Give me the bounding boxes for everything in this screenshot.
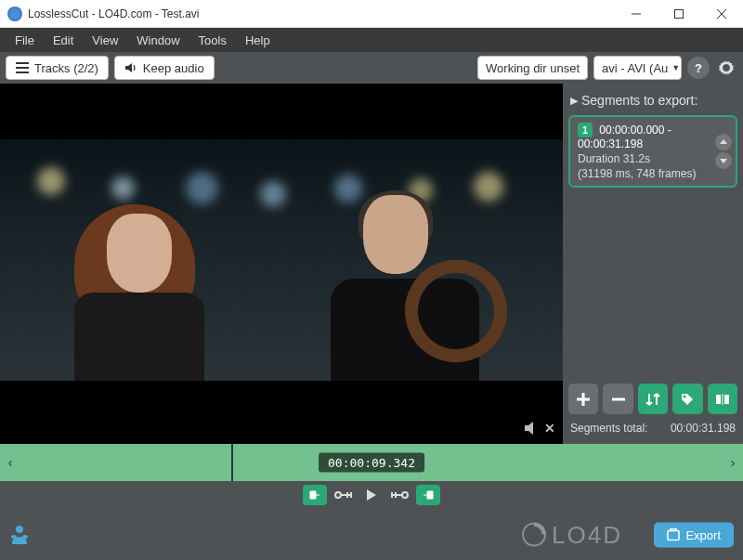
- key-prev-icon: [334, 489, 353, 501]
- plus-icon: [575, 391, 592, 408]
- svg-point-6: [402, 492, 408, 498]
- sort-segments-button[interactable]: [638, 384, 668, 414]
- segment-move-down[interactable]: [715, 152, 732, 169]
- timeline-cursor[interactable]: [231, 444, 233, 481]
- timeline-track[interactable]: 00:00:09.342: [20, 444, 723, 481]
- menu-tools[interactable]: Tools: [189, 30, 236, 51]
- menu-file[interactable]: File: [6, 30, 44, 51]
- segments-total-row: Segments total: 00:00:31.198: [568, 418, 737, 438]
- speaker-mute-icon: [524, 420, 542, 436]
- minus-icon: [610, 391, 627, 408]
- transport-controls: [0, 481, 743, 509]
- next-keyframe-button[interactable]: [388, 485, 411, 505]
- timeline-prev[interactable]: ‹: [0, 455, 20, 470]
- prev-keyframe-button[interactable]: [332, 485, 355, 505]
- window-title: LosslessCut - LO4D.com - Test.avi: [28, 7, 615, 20]
- split-icon: [715, 392, 730, 407]
- svg-point-5: [335, 492, 341, 498]
- close-button[interactable]: [700, 0, 743, 27]
- tag-icon: [680, 392, 695, 407]
- split-segment-button[interactable]: [708, 384, 737, 414]
- mute-x-icon: ✕: [544, 421, 555, 436]
- maximize-button[interactable]: [658, 0, 700, 27]
- export-button[interactable]: Export: [654, 522, 734, 547]
- chevron-down-icon: ▼: [671, 63, 680, 72]
- segments-total-label: Segments total:: [570, 422, 647, 435]
- key-next-icon: [390, 489, 409, 501]
- timeline-next[interactable]: ›: [723, 455, 743, 470]
- format-dropdown[interactable]: avi - AVI (Au ▼: [593, 56, 682, 80]
- menu-help[interactable]: Help: [236, 30, 280, 51]
- hamburger-icon: [16, 62, 29, 73]
- watermark: LO4D: [520, 520, 622, 549]
- settings-button[interactable]: [715, 57, 737, 79]
- export-label: Export: [685, 527, 721, 541]
- segment-item[interactable]: 1 00:00:00.000 - 00:00:31.198 Duration 3…: [568, 115, 737, 188]
- svg-rect-4: [724, 395, 729, 404]
- working-dir-label: Working dir unset: [486, 61, 580, 75]
- mute-button[interactable]: ✕: [524, 420, 555, 436]
- format-label: avi - AVI (Au: [602, 61, 668, 75]
- cut-start-button[interactable]: [303, 485, 327, 505]
- menubar: File Edit View Window Tools Help: [0, 28, 743, 52]
- svg-point-8: [11, 535, 17, 539]
- menu-view[interactable]: View: [83, 30, 127, 51]
- segment-move-up[interactable]: [715, 134, 732, 150]
- help-button[interactable]: ?: [687, 57, 710, 79]
- segments-total-time: 00:00:31.198: [671, 422, 736, 435]
- app-icon: [7, 7, 22, 21]
- main-area: ✕ ▶ Segments to export: 1 00:00:00.000 -…: [0, 84, 743, 444]
- watermark-text: LO4D: [552, 520, 622, 549]
- video-frame: [0, 139, 563, 381]
- export-icon: [667, 528, 680, 541]
- svg-rect-3: [716, 395, 721, 404]
- hand-left-icon: [308, 489, 321, 501]
- svg-point-7: [16, 526, 23, 533]
- segment-actions: [568, 380, 737, 418]
- window-controls: [615, 0, 743, 27]
- menu-edit[interactable]: Edit: [44, 30, 83, 51]
- chevron-left-icon: ‹: [8, 455, 13, 470]
- segments-header-label: Segments to export:: [581, 93, 697, 108]
- keep-audio-label: Keep audio: [143, 61, 204, 75]
- tracks-button[interactable]: Tracks (2/2): [6, 56, 109, 80]
- bottombar: LO4D Export: [0, 509, 743, 560]
- arrow-up-icon: [719, 138, 728, 146]
- segments-panel: ▶ Segments to export: 1 00:00:00.000 - 0…: [563, 84, 743, 444]
- chevron-right-icon: ▶: [570, 95, 578, 107]
- svg-rect-11: [668, 531, 679, 540]
- chevron-right-icon: ›: [731, 455, 736, 470]
- minimize-button[interactable]: [615, 0, 658, 27]
- timeline-time[interactable]: 00:00:09.342: [319, 453, 424, 473]
- titlebar: LosslessCut - LO4D.com - Test.avi: [0, 0, 743, 28]
- remove-segment-button[interactable]: [603, 384, 632, 414]
- speaker-icon: [124, 62, 137, 73]
- svg-point-9: [22, 535, 28, 539]
- svg-point-1: [723, 65, 729, 71]
- video-player[interactable]: ✕: [0, 84, 563, 444]
- help-label: ?: [695, 61, 702, 75]
- segment-duration: Duration 31.2s: [578, 152, 728, 165]
- tracks-label: Tracks (2/2): [34, 61, 98, 75]
- segments-header[interactable]: ▶ Segments to export:: [568, 89, 737, 115]
- keep-audio-button[interactable]: Keep audio: [114, 56, 215, 80]
- play-icon: [365, 488, 378, 501]
- sort-icon: [645, 392, 660, 407]
- hand-right-icon: [422, 489, 435, 501]
- segment-detail: (31198 ms, 748 frames): [578, 167, 728, 180]
- watermark-icon: [520, 521, 548, 549]
- svg-rect-0: [675, 9, 684, 18]
- timeline[interactable]: ‹ 00:00:09.342 ›: [0, 444, 743, 481]
- play-button[interactable]: [360, 485, 383, 505]
- working-dir-button[interactable]: Working dir unset: [477, 56, 588, 80]
- menu-window[interactable]: Window: [127, 30, 189, 51]
- add-segment-button[interactable]: [568, 384, 598, 414]
- svg-point-2: [684, 395, 686, 397]
- svg-point-10: [523, 524, 545, 546]
- user-icon[interactable]: [9, 524, 30, 546]
- tag-segments-button[interactable]: [672, 384, 702, 414]
- toolbar: Tracks (2/2) Keep audio Working dir unse…: [0, 52, 743, 84]
- gear-icon: [717, 59, 736, 77]
- arrow-down-icon: [719, 157, 728, 164]
- cut-end-button[interactable]: [416, 485, 440, 505]
